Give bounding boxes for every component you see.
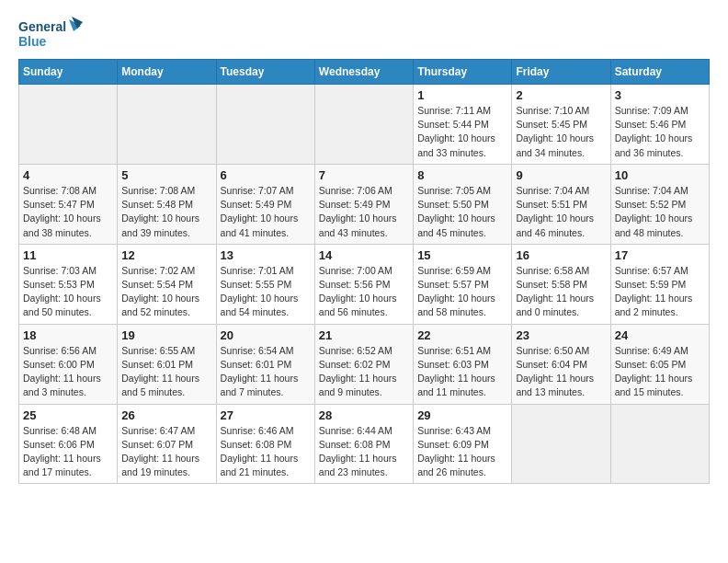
day-detail: Sunrise: 7:00 AM Sunset: 5:56 PM Dayligh…	[319, 264, 409, 320]
week-row-4: 18Sunrise: 6:56 AM Sunset: 6:00 PM Dayli…	[19, 324, 710, 404]
day-detail: Sunrise: 6:46 AM Sunset: 6:08 PM Dayligh…	[221, 424, 311, 480]
svg-text:General: General	[18, 19, 66, 34]
day-number: 19	[121, 328, 211, 342]
calendar-body: 1Sunrise: 7:11 AM Sunset: 5:44 PM Daylig…	[19, 85, 710, 484]
day-detail: Sunrise: 6:47 AM Sunset: 6:07 PM Dayligh…	[121, 424, 211, 480]
calendar-cell: 21Sunrise: 6:52 AM Sunset: 6:02 PM Dayli…	[314, 324, 413, 404]
calendar-cell: 26Sunrise: 6:47 AM Sunset: 6:07 PM Dayli…	[118, 404, 216, 484]
day-detail: Sunrise: 7:08 AM Sunset: 5:47 PM Dayligh…	[23, 184, 113, 240]
day-number: 20	[221, 328, 311, 342]
day-number: 25	[23, 408, 113, 422]
day-number: 13	[221, 248, 311, 262]
calendar-cell: 10Sunrise: 7:04 AM Sunset: 5:52 PM Dayli…	[610, 164, 709, 244]
calendar-cell: 5Sunrise: 7:08 AM Sunset: 5:48 PM Daylig…	[118, 164, 216, 244]
day-detail: Sunrise: 6:58 AM Sunset: 5:58 PM Dayligh…	[516, 264, 606, 320]
calendar-cell: 23Sunrise: 6:50 AM Sunset: 6:04 PM Dayli…	[512, 324, 610, 404]
weekday-header-tuesday: Tuesday	[216, 60, 314, 85]
calendar-cell	[19, 85, 118, 165]
day-number: 26	[121, 408, 211, 422]
weekday-header-wednesday: Wednesday	[314, 60, 413, 85]
week-row-1: 1Sunrise: 7:11 AM Sunset: 5:44 PM Daylig…	[19, 85, 710, 165]
day-detail: Sunrise: 6:51 AM Sunset: 6:03 PM Dayligh…	[417, 344, 507, 400]
day-detail: Sunrise: 6:48 AM Sunset: 6:06 PM Dayligh…	[23, 424, 113, 480]
day-detail: Sunrise: 7:08 AM Sunset: 5:48 PM Dayligh…	[121, 184, 211, 240]
calendar-cell: 4Sunrise: 7:08 AM Sunset: 5:47 PM Daylig…	[19, 164, 118, 244]
day-number: 5	[121, 168, 211, 182]
calendar-cell: 15Sunrise: 6:59 AM Sunset: 5:57 PM Dayli…	[414, 244, 512, 324]
weekday-header-row: SundayMondayTuesdayWednesdayThursdayFrid…	[19, 60, 710, 85]
day-detail: Sunrise: 6:44 AM Sunset: 6:08 PM Dayligh…	[319, 424, 409, 480]
day-number: 14	[319, 248, 409, 262]
day-number: 17	[615, 248, 705, 262]
day-number: 22	[417, 328, 507, 342]
day-detail: Sunrise: 6:52 AM Sunset: 6:02 PM Dayligh…	[319, 344, 409, 400]
calendar-cell: 16Sunrise: 6:58 AM Sunset: 5:58 PM Dayli…	[512, 244, 610, 324]
day-number: 27	[221, 408, 311, 422]
day-number: 12	[121, 248, 211, 262]
day-detail: Sunrise: 6:55 AM Sunset: 6:01 PM Dayligh…	[121, 344, 211, 400]
page-header: GeneralBlue	[18, 15, 710, 52]
day-number: 11	[23, 248, 113, 262]
calendar-cell: 14Sunrise: 7:00 AM Sunset: 5:56 PM Dayli…	[314, 244, 413, 324]
weekday-header-thursday: Thursday	[414, 60, 512, 85]
logo-svg: GeneralBlue	[18, 15, 83, 52]
week-row-5: 25Sunrise: 6:48 AM Sunset: 6:06 PM Dayli…	[19, 404, 710, 484]
day-number: 8	[417, 168, 507, 182]
weekday-header-monday: Monday	[118, 60, 216, 85]
calendar-table: SundayMondayTuesdayWednesdayThursdayFrid…	[18, 59, 710, 484]
weekday-header-sunday: Sunday	[19, 60, 118, 85]
calendar-cell: 20Sunrise: 6:54 AM Sunset: 6:01 PM Dayli…	[216, 324, 314, 404]
svg-text:Blue: Blue	[18, 34, 47, 49]
calendar-cell: 3Sunrise: 7:09 AM Sunset: 5:46 PM Daylig…	[610, 85, 709, 165]
day-number: 3	[615, 88, 705, 102]
calendar-cell	[610, 404, 709, 484]
day-number: 23	[516, 328, 606, 342]
calendar-cell	[314, 85, 413, 165]
day-number: 28	[319, 408, 409, 422]
calendar-cell: 2Sunrise: 7:10 AM Sunset: 5:45 PM Daylig…	[512, 85, 610, 165]
week-row-2: 4Sunrise: 7:08 AM Sunset: 5:47 PM Daylig…	[19, 164, 710, 244]
day-detail: Sunrise: 6:56 AM Sunset: 6:00 PM Dayligh…	[23, 344, 113, 400]
day-number: 15	[417, 248, 507, 262]
day-detail: Sunrise: 7:11 AM Sunset: 5:44 PM Dayligh…	[417, 104, 507, 160]
calendar-cell: 28Sunrise: 6:44 AM Sunset: 6:08 PM Dayli…	[314, 404, 413, 484]
day-detail: Sunrise: 7:10 AM Sunset: 5:45 PM Dayligh…	[516, 104, 606, 160]
calendar-cell: 12Sunrise: 7:02 AM Sunset: 5:54 PM Dayli…	[118, 244, 216, 324]
day-detail: Sunrise: 7:07 AM Sunset: 5:49 PM Dayligh…	[221, 184, 311, 240]
calendar-cell: 29Sunrise: 6:43 AM Sunset: 6:09 PM Dayli…	[414, 404, 512, 484]
day-number: 29	[417, 408, 507, 422]
day-number: 4	[23, 168, 113, 182]
calendar-cell: 22Sunrise: 6:51 AM Sunset: 6:03 PM Dayli…	[414, 324, 512, 404]
day-number: 1	[417, 88, 507, 102]
week-row-3: 11Sunrise: 7:03 AM Sunset: 5:53 PM Dayli…	[19, 244, 710, 324]
calendar-cell: 25Sunrise: 6:48 AM Sunset: 6:06 PM Dayli…	[19, 404, 118, 484]
calendar-cell: 13Sunrise: 7:01 AM Sunset: 5:55 PM Dayli…	[216, 244, 314, 324]
day-number: 10	[615, 168, 705, 182]
day-number: 18	[23, 328, 113, 342]
day-detail: Sunrise: 7:04 AM Sunset: 5:52 PM Dayligh…	[615, 184, 705, 240]
day-detail: Sunrise: 6:49 AM Sunset: 6:05 PM Dayligh…	[615, 344, 705, 400]
calendar-cell: 19Sunrise: 6:55 AM Sunset: 6:01 PM Dayli…	[118, 324, 216, 404]
calendar-cell: 11Sunrise: 7:03 AM Sunset: 5:53 PM Dayli…	[19, 244, 118, 324]
day-detail: Sunrise: 7:09 AM Sunset: 5:46 PM Dayligh…	[615, 104, 705, 160]
day-detail: Sunrise: 6:43 AM Sunset: 6:09 PM Dayligh…	[417, 424, 507, 480]
day-number: 6	[221, 168, 311, 182]
day-number: 7	[319, 168, 409, 182]
calendar-cell: 6Sunrise: 7:07 AM Sunset: 5:49 PM Daylig…	[216, 164, 314, 244]
day-detail: Sunrise: 6:57 AM Sunset: 5:59 PM Dayligh…	[615, 264, 705, 320]
day-number: 16	[516, 248, 606, 262]
calendar-header: SundayMondayTuesdayWednesdayThursdayFrid…	[19, 60, 710, 85]
day-detail: Sunrise: 7:02 AM Sunset: 5:54 PM Dayligh…	[121, 264, 211, 320]
calendar-cell: 24Sunrise: 6:49 AM Sunset: 6:05 PM Dayli…	[610, 324, 709, 404]
calendar-cell: 18Sunrise: 6:56 AM Sunset: 6:00 PM Dayli…	[19, 324, 118, 404]
calendar-cell: 27Sunrise: 6:46 AM Sunset: 6:08 PM Dayli…	[216, 404, 314, 484]
logo: GeneralBlue	[18, 15, 83, 52]
day-detail: Sunrise: 7:06 AM Sunset: 5:49 PM Dayligh…	[319, 184, 409, 240]
day-detail: Sunrise: 7:01 AM Sunset: 5:55 PM Dayligh…	[221, 264, 311, 320]
weekday-header-saturday: Saturday	[610, 60, 709, 85]
calendar-cell: 7Sunrise: 7:06 AM Sunset: 5:49 PM Daylig…	[314, 164, 413, 244]
calendar-cell: 17Sunrise: 6:57 AM Sunset: 5:59 PM Dayli…	[610, 244, 709, 324]
calendar-cell: 8Sunrise: 7:05 AM Sunset: 5:50 PM Daylig…	[414, 164, 512, 244]
day-detail: Sunrise: 6:54 AM Sunset: 6:01 PM Dayligh…	[221, 344, 311, 400]
day-detail: Sunrise: 7:04 AM Sunset: 5:51 PM Dayligh…	[516, 184, 606, 240]
